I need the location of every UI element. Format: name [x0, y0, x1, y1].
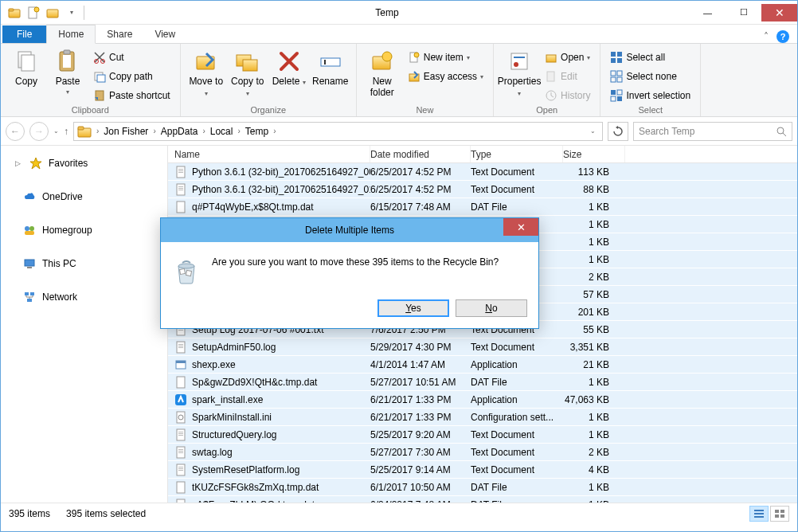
nav-this-pc[interactable]: This PC	[1, 254, 167, 273]
open-button[interactable]: Open ▾	[542, 49, 593, 66]
svg-rect-95	[780, 510, 784, 513]
svg-rect-99	[180, 269, 186, 275]
svg-rect-97	[780, 514, 784, 518]
window-controls: — ☐ ✕	[690, 4, 797, 22]
svg-rect-57	[178, 172, 183, 173]
table-row[interactable]: SetupAdminF50.log5/29/2017 4:30 PMText D…	[168, 338, 797, 356]
rename-button[interactable]: Rename	[311, 47, 350, 87]
icons-view-button[interactable]	[770, 506, 789, 522]
minimize-button[interactable]: —	[690, 4, 726, 22]
col-date: Date modified	[370, 146, 471, 162]
collapse-ribbon-icon[interactable]: ˄	[764, 31, 769, 42]
svg-rect-79	[178, 433, 183, 434]
up-button[interactable]: ↑	[64, 126, 68, 137]
delete-button[interactable]: Delete ▾	[270, 47, 308, 87]
dialog-titlebar[interactable]: Delete Multiple Items ✕	[161, 218, 538, 242]
svg-point-98	[178, 264, 194, 268]
file-icon	[174, 499, 187, 503]
table-row[interactable]: q#PT4qWybE,x$8Qt.tmp.dat6/15/2017 7:48 A…	[168, 198, 797, 216]
svg-point-45	[777, 127, 784, 134]
file-icon	[174, 376, 187, 389]
crumb-user[interactable]: Jon Fisher	[104, 126, 148, 137]
table-row[interactable]: vA$FgpsZhLM),QOd.tmp.dat6/24/2017 7:48 A…	[168, 496, 797, 503]
status-bar: 395 items 395 items selected	[1, 503, 797, 523]
table-row[interactable]: Python 3.6.1 (32-bit)_20170625164927_01.…	[168, 181, 797, 198]
invert-selection-button[interactable]: Invert selection	[607, 87, 694, 104]
svg-rect-69	[178, 346, 183, 346]
paste-shortcut-button[interactable]: Paste shortcut	[90, 87, 174, 104]
copy-button[interactable]: Copy	[7, 47, 45, 87]
details-view-button[interactable]	[749, 506, 769, 522]
column-headers[interactable]: Name Date modified Type Size	[168, 146, 797, 163]
dialog-yes-button[interactable]: Yes	[377, 299, 449, 317]
select-none-button[interactable]: Select none	[607, 68, 694, 85]
nav-homegroup[interactable]: Homegroup	[1, 221, 167, 240]
easy-access-button[interactable]: Easy access ▾	[405, 68, 487, 85]
table-row[interactable]: Python 3.6.1 (32-bit)_20170625164927_00.…	[168, 163, 797, 181]
table-row[interactable]: SparkMiniInstall.ini6/21/2017 1:33 PMCon…	[168, 409, 797, 426]
search-input[interactable]: Search Temp	[633, 122, 792, 141]
addr-dropdown[interactable]: ⌄	[587, 127, 599, 135]
nav-network[interactable]: Network	[1, 288, 167, 307]
history-button[interactable]: History	[542, 87, 593, 104]
crumb-local[interactable]: Local	[210, 126, 233, 137]
maximize-button[interactable]: ☐	[726, 4, 761, 22]
crumb-appdata[interactable]: AppData	[161, 126, 198, 137]
help-icon[interactable]: ?	[776, 30, 789, 43]
table-row[interactable]: shexp.exe4/1/2014 1:47 AMApplication21 K…	[168, 356, 797, 374]
qat-dropdown[interactable]: ▾	[65, 6, 79, 20]
table-row[interactable]: swtag.log5/27/2017 7:30 AMText Document2…	[168, 444, 797, 461]
close-button[interactable]: ✕	[761, 4, 797, 22]
nav-onedrive[interactable]: OneDrive	[1, 187, 167, 206]
tab-view[interactable]: View	[143, 25, 186, 43]
tab-file[interactable]: File	[2, 25, 46, 43]
svg-rect-61	[178, 190, 183, 190]
copy-path-button[interactable]: Copy path	[90, 68, 174, 85]
breadcrumb[interactable]: › Jon Fisher› AppData› Local› Temp› ⌄	[73, 122, 603, 141]
table-row[interactable]: Sp&gwZDd9X!QtH&c.tmp.dat5/27/2017 10:51 …	[168, 374, 797, 391]
crumb-temp[interactable]: Temp	[245, 126, 268, 137]
status-count: 395 items	[9, 508, 50, 519]
new-item-button[interactable]: New item ▾	[405, 49, 487, 66]
back-button[interactable]: ←	[6, 122, 25, 141]
svg-rect-59	[178, 186, 183, 187]
edit-button[interactable]: Edit	[542, 68, 593, 85]
svg-rect-66	[178, 330, 183, 331]
tab-home[interactable]: Home	[46, 25, 96, 44]
svg-rect-48	[25, 231, 34, 235]
table-row[interactable]: StructuredQuery.log5/25/2017 9:20 AMText…	[168, 426, 797, 444]
svg-rect-86	[178, 467, 183, 467]
dialog-no-button[interactable]: No	[456, 299, 527, 317]
svg-rect-72	[176, 361, 186, 363]
svg-rect-49	[25, 260, 34, 266]
new-doc-icon[interactable]	[26, 6, 41, 20]
paste-button[interactable]: Paste▾	[49, 47, 87, 96]
new-folder-button[interactable]: New folder	[363, 47, 401, 98]
properties-button[interactable]: Properties ▾	[500, 47, 538, 98]
table-row[interactable]: tKUZcFSFGk8sZmXq.tmp.dat6/1/2017 10:50 A…	[168, 479, 797, 496]
nav-favorites[interactable]: ▷Favorites	[1, 154, 167, 173]
svg-rect-41	[611, 96, 616, 101]
tab-share[interactable]: Share	[96, 25, 143, 43]
svg-rect-19	[324, 60, 326, 65]
move-to-button[interactable]: Move to ▾	[187, 47, 225, 98]
table-row[interactable]: spark_install.exe6/21/2017 1:33 PMApplic…	[168, 391, 797, 409]
open-folder-icon[interactable]	[45, 6, 60, 20]
svg-rect-33	[611, 58, 616, 63]
svg-rect-25	[511, 53, 527, 69]
address-bar-row: ← → ⌄ ↑ › Jon Fisher› AppData› Local› Te…	[1, 117, 797, 146]
table-row[interactable]: SystemResetPlatform.log5/25/2017 9:14 AM…	[168, 461, 797, 479]
folder-icon[interactable]	[7, 6, 22, 20]
cut-button[interactable]: Cut	[90, 49, 174, 66]
history-dropdown[interactable]: ⌄	[53, 127, 59, 135]
svg-rect-42	[617, 96, 622, 101]
svg-rect-100	[186, 270, 191, 276]
forward-button[interactable]: →	[29, 122, 49, 141]
dialog-close-button[interactable]: ✕	[503, 218, 538, 236]
copy-to-button[interactable]: Copy to ▾	[229, 47, 267, 98]
file-icon	[174, 428, 187, 441]
file-icon	[174, 341, 187, 354]
refresh-button[interactable]	[608, 122, 628, 141]
select-all-button[interactable]: Select all	[607, 49, 694, 66]
svg-rect-44	[78, 127, 84, 130]
